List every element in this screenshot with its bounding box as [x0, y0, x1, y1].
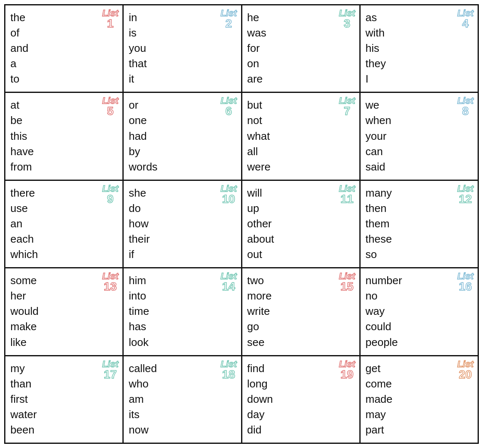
word-18-3: am [129, 392, 236, 407]
word-4-3: his [366, 41, 473, 56]
cell-list-8: List8wewhenyourcansaid [361, 93, 479, 180]
word-list-grid: List1theofandatoList2inisyouthatitList3h… [4, 4, 479, 444]
word-7-2: not [247, 113, 354, 128]
word-5-3: this [10, 129, 117, 144]
word-group-19: findlongdowndaydid [247, 361, 354, 437]
list-text-18: List [220, 360, 237, 369]
list-label-5: List5 [102, 96, 118, 117]
list-num-5: 5 [107, 105, 114, 117]
word-5-2: be [10, 113, 117, 128]
list-num-1: 1 [107, 18, 114, 29]
word-19-1: find [247, 361, 354, 376]
cell-list-6: List6oronehadbywords [124, 93, 242, 180]
list-label-14: List14 [220, 272, 237, 292]
list-text-11: List [339, 184, 355, 193]
word-8-1: we [366, 98, 473, 112]
word-group-3: hewasforonare [247, 10, 354, 86]
list-num-17: 17 [104, 369, 117, 380]
cell-list-20: List20getcomemademaypart [361, 356, 479, 444]
list-label-18: List18 [220, 360, 237, 380]
word-18-4: its [129, 407, 236, 422]
cell-list-9: List9thereuseaneachwhich [5, 181, 124, 268]
cell-list-19: List19findlongdowndaydid [242, 356, 361, 444]
list-text-3: List [339, 9, 355, 18]
word-1-4: a [10, 56, 117, 71]
list-label-1: List1 [102, 9, 118, 29]
word-2-1: in [129, 10, 236, 25]
list-num-14: 14 [222, 281, 235, 292]
word-12-3: them [366, 217, 473, 231]
word-3-3: for [247, 41, 354, 56]
word-10-5: if [129, 247, 236, 262]
list-text-8: List [457, 96, 473, 105]
word-6-1: or [129, 98, 236, 112]
word-5-5: from [10, 160, 117, 174]
word-group-8: wewhenyourcansaid [366, 98, 473, 174]
word-3-1: he [247, 10, 354, 25]
word-13-4: make [10, 319, 117, 334]
word-12-4: these [366, 232, 473, 246]
word-12-1: many [366, 186, 473, 200]
word-15-3: write [247, 304, 354, 319]
list-text-10: List [220, 184, 237, 193]
list-label-9: List9 [102, 184, 118, 205]
word-11-2: up [247, 201, 354, 216]
cell-list-4: List4aswithhistheyI [361, 5, 479, 93]
list-num-11: 11 [341, 193, 354, 205]
word-15-1: two [247, 273, 354, 288]
word-15-2: more [247, 289, 354, 303]
word-20-2: come [366, 377, 473, 391]
word-20-3: made [366, 392, 473, 407]
cell-list-2: List2inisyouthatit [124, 5, 242, 93]
word-16-1: number [366, 273, 473, 288]
list-text-17: List [102, 360, 118, 369]
list-num-19: 19 [341, 369, 354, 380]
word-17-5: been [10, 423, 117, 437]
list-text-12: List [457, 184, 473, 193]
word-11-1: will [247, 186, 354, 200]
list-num-8: 8 [462, 105, 469, 117]
list-num-20: 20 [459, 369, 472, 380]
word-20-5: part [366, 423, 473, 437]
list-num-13: 13 [104, 281, 117, 292]
list-text-19: List [339, 360, 355, 369]
word-19-2: long [247, 377, 354, 391]
list-label-12: List12 [457, 184, 473, 205]
word-14-1: him [129, 273, 236, 288]
word-group-11: willupotheraboutout [247, 186, 354, 262]
list-num-7: 7 [344, 105, 350, 117]
word-18-5: now [129, 423, 236, 437]
list-text-4: List [457, 9, 473, 18]
word-18-1: called [129, 361, 236, 376]
word-group-6: oronehadbywords [129, 98, 236, 174]
list-label-4: List4 [457, 9, 473, 29]
list-label-8: List8 [457, 96, 473, 117]
word-14-5: look [129, 335, 236, 350]
word-8-3: your [366, 129, 473, 144]
word-9-1: there [10, 186, 117, 200]
word-1-3: and [10, 41, 117, 56]
word-11-3: other [247, 217, 354, 231]
list-label-13: List13 [102, 272, 118, 292]
word-8-4: can [366, 144, 473, 159]
word-group-9: thereuseaneachwhich [10, 186, 117, 262]
cell-list-10: List10shedohowtheirif [124, 181, 242, 268]
word-group-16: numbernowaycouldpeople [366, 273, 473, 349]
list-num-10: 10 [222, 193, 235, 205]
list-num-3: 3 [344, 18, 350, 29]
word-18-2: who [129, 377, 236, 391]
word-group-7: butnotwhatallwere [247, 98, 354, 174]
word-16-4: could [366, 319, 473, 334]
list-text-1: List [102, 9, 118, 18]
list-text-13: List [102, 272, 118, 281]
word-2-3: you [129, 41, 236, 56]
word-10-3: how [129, 217, 236, 231]
word-6-4: by [129, 144, 236, 159]
word-19-3: down [247, 392, 354, 407]
list-label-15: List15 [339, 272, 355, 292]
list-text-7: List [339, 96, 355, 105]
word-group-4: aswithhistheyI [366, 10, 473, 86]
cell-list-13: List13someherwouldmakelike [5, 268, 124, 356]
word-group-13: someherwouldmakelike [10, 273, 117, 349]
word-14-3: time [129, 304, 236, 319]
